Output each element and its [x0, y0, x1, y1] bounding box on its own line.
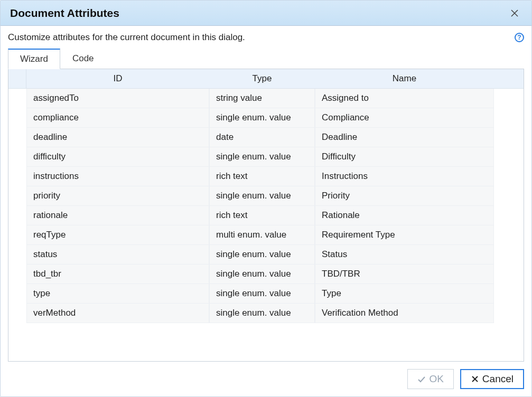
cell-type[interactable]: single enum. value — [209, 304, 315, 323]
cell-name[interactable]: Type — [315, 284, 494, 304]
table-row[interactable]: instructionsrich textInstructions — [8, 167, 524, 186]
header-name[interactable]: Name — [315, 69, 494, 89]
cell-type[interactable]: rich text — [209, 167, 315, 186]
table-row[interactable]: rationalerich textRationale — [8, 206, 524, 225]
ok-label: OK — [429, 373, 443, 385]
cell-id[interactable]: priority — [26, 186, 209, 206]
header-stub — [8, 69, 26, 89]
row-tail — [494, 206, 524, 225]
tab-code[interactable]: Code — [60, 49, 106, 69]
table-row[interactable]: verMethodsingle enum. valueVerification … — [8, 304, 524, 323]
header-tail — [494, 69, 524, 89]
table-row[interactable]: reqTypemulti enum. valueRequirement Type — [8, 225, 524, 245]
row-stub — [8, 186, 26, 206]
cell-id[interactable]: type — [26, 284, 209, 304]
row-stub — [8, 264, 26, 284]
cell-id[interactable]: difficulty — [26, 147, 209, 167]
dialog-document-attributes: Document Attributes Customize attributes… — [0, 0, 532, 397]
cell-type[interactable]: single enum. value — [209, 108, 315, 128]
attributes-table: ID Type Name assignedTostring valueAssig… — [8, 69, 524, 323]
table-row[interactable]: prioritysingle enum. valuePriority — [8, 186, 524, 206]
cell-name[interactable]: Assigned to — [315, 89, 494, 108]
cell-name[interactable]: Compliance — [315, 108, 494, 128]
row-stub — [8, 167, 26, 186]
row-stub — [8, 245, 26, 264]
subtitle-text: Customize attributes for the current doc… — [8, 32, 515, 43]
table-row[interactable]: compliancesingle enum. valueCompliance — [8, 108, 524, 128]
cell-name[interactable]: Difficulty — [315, 147, 494, 167]
cancel-label: Cancel — [482, 373, 514, 385]
cell-type[interactable]: single enum. value — [209, 147, 315, 167]
row-stub — [8, 108, 26, 128]
row-tail — [494, 264, 524, 284]
row-tail — [494, 284, 524, 304]
cell-type[interactable]: single enum. value — [209, 245, 315, 264]
cell-name[interactable]: Requirement Type — [315, 225, 494, 245]
row-tail — [494, 186, 524, 206]
close-icon — [511, 10, 518, 17]
cell-type[interactable]: single enum. value — [209, 186, 315, 206]
tab-wizard[interactable]: Wizard — [8, 49, 60, 69]
row-tail — [494, 225, 524, 245]
tab-strip: Wizard Code — [8, 48, 524, 69]
row-tail — [494, 167, 524, 186]
content-frame: ID Type Name assignedTostring valueAssig… — [8, 69, 524, 362]
cell-id[interactable]: verMethod — [26, 304, 209, 323]
header-type[interactable]: Type — [209, 69, 315, 89]
table-row[interactable]: difficultysingle enum. valueDifficulty — [8, 147, 524, 167]
cell-id[interactable]: rationale — [26, 206, 209, 225]
titlebar: Document Attributes — [1, 1, 531, 26]
cell-id[interactable]: tbd_tbr — [26, 264, 209, 284]
table-row[interactable]: tbd_tbrsingle enum. valueTBD/TBR — [8, 264, 524, 284]
dialog-footer: OK Cancel — [1, 369, 531, 396]
dialog-title: Document Attributes — [10, 7, 506, 20]
cancel-button[interactable]: Cancel — [460, 369, 524, 389]
ok-button[interactable]: OK — [407, 369, 453, 389]
cell-id[interactable]: status — [26, 245, 209, 264]
table-row[interactable]: statussingle enum. valueStatus — [8, 245, 524, 264]
cell-name[interactable]: Verification Method — [315, 304, 494, 323]
cell-type[interactable]: multi enum. value — [209, 225, 315, 245]
row-stub — [8, 304, 26, 323]
cell-name[interactable]: Status — [315, 245, 494, 264]
cell-name[interactable]: TBD/TBR — [315, 264, 494, 284]
check-icon — [417, 375, 426, 383]
cell-id[interactable]: reqType — [26, 225, 209, 245]
row-stub — [8, 225, 26, 245]
row-tail — [494, 245, 524, 264]
row-tail — [494, 108, 524, 128]
cell-name[interactable]: Instructions — [315, 167, 494, 186]
header-id[interactable]: ID — [26, 69, 209, 89]
cell-type[interactable]: single enum. value — [209, 264, 315, 284]
cell-name[interactable]: Deadline — [315, 128, 494, 147]
cancel-icon — [471, 375, 479, 383]
cell-name[interactable]: Rationale — [315, 206, 494, 225]
table-header-row: ID Type Name — [8, 69, 524, 89]
cell-name[interactable]: Priority — [315, 186, 494, 206]
table-row[interactable]: assignedTostring valueAssigned to — [8, 89, 524, 108]
cell-type[interactable]: single enum. value — [209, 284, 315, 304]
row-stub — [8, 206, 26, 225]
cell-id[interactable]: assignedTo — [26, 89, 209, 108]
cell-id[interactable]: deadline — [26, 128, 209, 147]
row-stub — [8, 147, 26, 167]
row-tail — [494, 147, 524, 167]
cell-id[interactable]: compliance — [26, 108, 209, 128]
cell-type[interactable]: string value — [209, 89, 315, 108]
table-row[interactable]: typesingle enum. valueType — [8, 284, 524, 304]
cell-type[interactable]: rich text — [209, 206, 315, 225]
help-icon[interactable]: ? — [515, 33, 524, 42]
subheader: Customize attributes for the current doc… — [1, 26, 531, 43]
row-tail — [494, 128, 524, 147]
row-stub — [8, 284, 26, 304]
close-button[interactable] — [506, 5, 523, 22]
cell-type[interactable]: date — [209, 128, 315, 147]
table-row[interactable]: deadlinedateDeadline — [8, 128, 524, 147]
row-stub — [8, 128, 26, 147]
row-stub — [8, 89, 26, 108]
cell-id[interactable]: instructions — [26, 167, 209, 186]
row-tail — [494, 89, 524, 108]
row-tail — [494, 304, 524, 323]
